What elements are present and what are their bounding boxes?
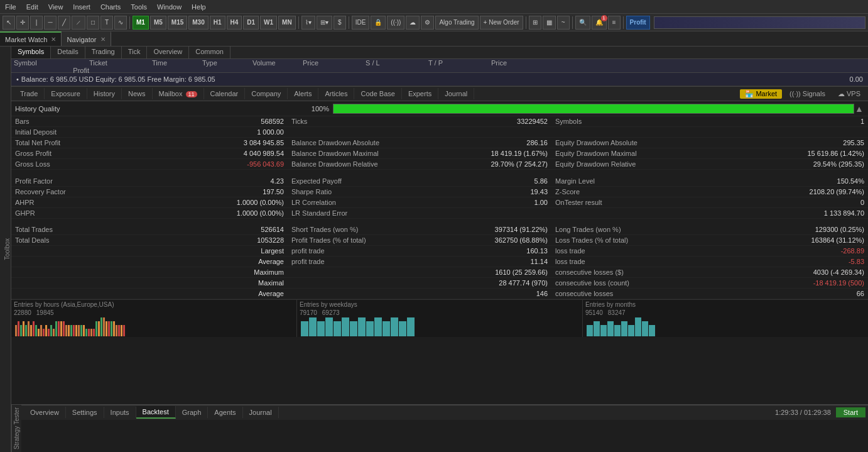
menu-btn[interactable]: ≡ (608, 16, 621, 30)
strategy-tab-settings[interactable]: Settings (66, 407, 104, 418)
crosshair-tool[interactable]: ✛ (16, 16, 29, 30)
nav-tab-journal[interactable]: Journal (438, 88, 474, 99)
lock-btn[interactable]: 🔒 (371, 16, 386, 30)
menu-item-view[interactable]: View (48, 3, 63, 11)
nav-tab-experts[interactable]: Experts (402, 88, 438, 99)
strategy-tab-agents[interactable]: Agents (208, 407, 242, 418)
nav-tab-alerts[interactable]: Alerts (288, 88, 318, 99)
menu-item-file[interactable]: File (5, 3, 16, 11)
start-button[interactable]: Start (836, 407, 865, 417)
chart-type-btn[interactable]: ⌇▾ (301, 16, 315, 30)
algo-trading-btn[interactable]: Algo Trading (435, 16, 478, 30)
signal-btn[interactable]: ((·)) (387, 16, 404, 30)
timeframe-d1[interactable]: D1 (243, 16, 259, 30)
subtab-symbols[interactable]: Symbols (11, 47, 51, 58)
rect-tool[interactable]: □ (87, 16, 99, 30)
vps-button[interactable]: ☁ VPS (833, 89, 865, 99)
nav-tab-news[interactable]: News (122, 88, 153, 99)
menu-item-edit[interactable]: Edit (26, 3, 38, 11)
nav-tab-company[interactable]: Company (245, 88, 288, 99)
ghpr-value: 1.0000 (0.00%) (137, 207, 288, 218)
timeframe-m30[interactable]: M30 (188, 16, 208, 30)
largest-align: Largest (137, 246, 288, 256)
timeframe-w1[interactable]: W1 (260, 16, 277, 30)
tab-market-watch-close[interactable]: ✕ (51, 36, 56, 43)
chart-bar (53, 329, 55, 336)
subtab-trading[interactable]: Trading (85, 47, 122, 58)
table-row: Profit Factor 4.23 Expected Payoff 5.86 … (11, 176, 868, 187)
chart-weekdays-panel: Entries by weekdays 79170 69273 (297, 300, 583, 337)
eq-dd-rel-value: 29.54% (295.35) (702, 159, 868, 170)
settings2-btn[interactable]: ⚙ (421, 16, 434, 30)
cursor-tool[interactable]: ↖ (3, 16, 15, 30)
largest-profit-label: profit trade (288, 246, 438, 256)
tab-navigator-close[interactable]: ✕ (100, 36, 106, 43)
nav-tab-calendar[interactable]: Calendar (204, 88, 246, 99)
subtab-common[interactable]: Common (189, 47, 231, 58)
tab-navigator[interactable]: Navigator ✕ (62, 31, 111, 46)
zoom-in-btn[interactable]: 🔍 (575, 16, 590, 30)
nav-tab-codebase[interactable]: Code Base (354, 88, 401, 99)
profit-display[interactable]: Profit (626, 16, 650, 30)
chart-view-btn[interactable]: ▦ (543, 16, 556, 30)
alert-btn[interactable]: 🔔1 (592, 16, 607, 30)
new-order-btn[interactable]: + New Order (480, 16, 523, 30)
ide-btn[interactable]: IDE (352, 16, 370, 30)
menu-item-insert[interactable]: Insert (73, 3, 90, 11)
strategy-tab-backtest[interactable]: Backtest (136, 406, 176, 419)
text-tool[interactable]: T (100, 16, 113, 30)
menu-item-help[interactable]: Help (192, 3, 206, 11)
strategy-tab-journal[interactable]: Journal (243, 407, 279, 418)
lr-stderr-label: LR Standard Error (288, 207, 438, 218)
strategy-tab-overview[interactable]: Overview (24, 407, 66, 418)
menu-item-window[interactable]: Window (157, 3, 182, 11)
channel-tool[interactable]: ⟋ (72, 16, 85, 30)
nav-tab-history[interactable]: History (87, 88, 122, 99)
hline-tool[interactable]: ─ (44, 16, 57, 30)
nav-tab-trade[interactable]: Trade (14, 88, 45, 99)
tab-market-watch-label: Market Watch (5, 36, 47, 43)
menu-item-charts[interactable]: Charts (100, 3, 121, 11)
subtab-details[interactable]: Details (51, 47, 85, 58)
vline-tool[interactable]: | (30, 16, 43, 30)
timeframe-h4[interactable]: H4 (227, 16, 242, 30)
avg-profit-label: profit trade (288, 256, 438, 267)
nav-tab-mailbox[interactable]: Mailbox 11 (153, 88, 204, 99)
chart-bar (116, 325, 117, 336)
table-row: Total Net Profit 3 084 945.85 Balance Dr… (11, 138, 868, 148)
history-quality-bar (333, 104, 854, 114)
timeframe-h1[interactable]: H1 (210, 16, 225, 30)
trade-levels-btn[interactable]: $ (334, 16, 346, 30)
trendline-tool[interactable]: ╱ (58, 16, 70, 30)
nav-tab-exposure[interactable]: Exposure (45, 88, 87, 99)
signals-button[interactable]: ((·)) Signals (784, 89, 830, 98)
chart-layout-btn[interactable]: ⊞ (529, 16, 541, 30)
bal-dd-rel-value: 29.70% (7 254.27) (438, 159, 551, 170)
chart-bar (23, 321, 24, 336)
timeframe-m5[interactable]: M5 (150, 16, 166, 30)
subtab-tick[interactable]: Tick (122, 47, 148, 58)
stats-area[interactable]: History Quality 100% ▲ Bars 568592 Ticks… (11, 101, 868, 404)
table-row: Gross Loss -956 043.69 Balance Drawdown … (11, 159, 868, 170)
strategy-tab-inputs[interactable]: Inputs (104, 407, 136, 418)
cloud-btn[interactable]: ☁ (406, 16, 420, 30)
timeframe-m1[interactable]: M1 (133, 16, 149, 30)
bal-dd-rel-label: Balance Drawdown Relative (288, 159, 438, 170)
tab-market-watch[interactable]: Market Watch ✕ (0, 31, 62, 46)
strategy-tab-graph[interactable]: Graph (176, 407, 209, 418)
chart-bar (73, 325, 75, 336)
scroll-up-btn[interactable]: ▲ (854, 104, 864, 114)
menu-item-tools[interactable]: Tools (131, 3, 147, 11)
consec-wins-value: 1610 (25 259.66) (438, 267, 551, 278)
timeframe-m15[interactable]: M15 (168, 16, 187, 30)
wave-btn[interactable]: ~ (557, 16, 570, 30)
nav-tab-articles[interactable]: Articles (318, 88, 354, 99)
bal-dd-max-value: 18 419.19 (1.67%) (438, 148, 551, 159)
timeframe-mn[interactable]: MN (278, 16, 296, 30)
fib-tool[interactable]: ∿ (114, 16, 127, 30)
chart-bar (103, 317, 105, 336)
market-button[interactable]: 🏪 Market (740, 89, 782, 99)
indicators-btn[interactable]: ⊞▾ (317, 16, 332, 30)
subtab-overview[interactable]: Overview (147, 47, 189, 58)
consec-avg-label (288, 289, 438, 299)
